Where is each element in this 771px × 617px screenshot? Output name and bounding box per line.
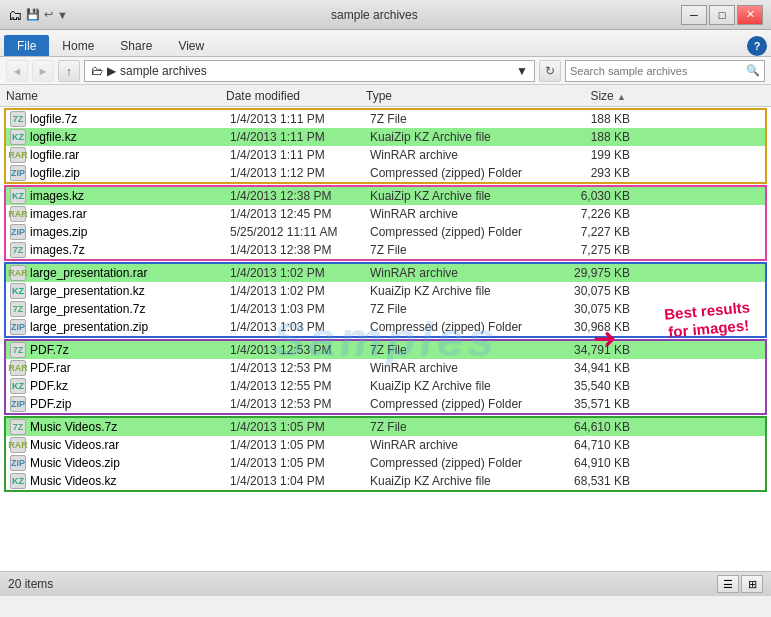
table-row[interactable]: 7ZMusic Videos.7z1/4/2013 1:05 PM7Z File… (6, 418, 765, 436)
file-size: 35,571 KB (550, 397, 630, 411)
file-type-icon: ZIP (10, 165, 26, 181)
table-row[interactable]: RARMusic Videos.rar1/4/2013 1:05 PMWinRA… (6, 436, 765, 454)
table-row[interactable]: RARlogfile.rar1/4/2013 1:11 PMWinRAR arc… (6, 146, 765, 164)
table-row[interactable]: 7Zlarge_presentation.7z1/4/2013 1:03 PM7… (6, 300, 765, 318)
file-date: 1/4/2013 1:11 PM (230, 112, 370, 126)
file-date: 1/4/2013 1:11 PM (230, 130, 370, 144)
tab-home[interactable]: Home (49, 35, 107, 56)
table-row[interactable]: KZimages.kz1/4/2013 12:38 PMKuaiZip KZ A… (6, 187, 765, 205)
file-name: images.7z (30, 243, 230, 257)
status-bar: 20 items ☰ ⊞ (0, 571, 771, 596)
file-size: 34,791 KB (550, 343, 630, 357)
up-button[interactable]: ↑ (58, 60, 80, 82)
table-row[interactable]: ZIPPDF.zip1/4/2013 12:53 PMCompressed (z… (6, 395, 765, 413)
col-header-type[interactable]: Type (366, 89, 546, 103)
file-size: 188 KB (550, 130, 630, 144)
file-type: Compressed (zipped) Folder (370, 225, 550, 239)
file-date: 1/4/2013 1:05 PM (230, 420, 370, 434)
qa-undo[interactable]: ↩ (44, 8, 53, 21)
file-name: Music Videos.7z (30, 420, 230, 434)
help-button[interactable]: ? (747, 36, 767, 56)
file-group-green: 7ZMusic Videos.7z1/4/2013 1:05 PM7Z File… (4, 416, 767, 492)
table-row[interactable]: KZlarge_presentation.kz1/4/2013 1:02 PMK… (6, 282, 765, 300)
details-view-button[interactable]: ☰ (717, 575, 739, 593)
file-name: Music Videos.rar (30, 438, 230, 452)
forward-button[interactable]: ► (32, 60, 54, 82)
current-folder: sample archives (120, 64, 207, 78)
window-title: sample archives (68, 8, 681, 22)
main-container: 7Zlogfile.7z1/4/2013 1:11 PM7Z File188 K… (0, 107, 771, 571)
qa-save[interactable]: 💾 (26, 8, 40, 21)
col-header-date[interactable]: Date modified (226, 89, 366, 103)
maximize-button[interactable]: □ (709, 5, 735, 25)
file-type: WinRAR archive (370, 266, 550, 280)
file-name: logfile.rar (30, 148, 230, 162)
table-row[interactable]: KZPDF.kz1/4/2013 12:55 PMKuaiZip KZ Arch… (6, 377, 765, 395)
title-bar-left: 🗂 💾 ↩ ▼ (8, 7, 68, 23)
address-path[interactable]: 🗁 ▶ sample archives ▼ (84, 60, 535, 82)
sort-arrow-icon: ▲ (617, 92, 626, 102)
table-row[interactable]: ZIPimages.zip5/25/2012 11:11 AMCompresse… (6, 223, 765, 241)
file-type: Compressed (zipped) Folder (370, 456, 550, 470)
file-type: WinRAR archive (370, 438, 550, 452)
close-button[interactable]: ✕ (737, 5, 763, 25)
file-type-icon: 7Z (10, 301, 26, 317)
qa-dropdown[interactable]: ▼ (57, 9, 68, 21)
table-row[interactable]: KZlogfile.kz1/4/2013 1:11 PMKuaiZip KZ A… (6, 128, 765, 146)
search-box[interactable]: 🔍 (565, 60, 765, 82)
file-type-icon: 7Z (10, 111, 26, 127)
tab-view[interactable]: View (165, 35, 217, 56)
file-size: 35,540 KB (550, 379, 630, 393)
file-name: PDF.kz (30, 379, 230, 393)
file-group-pink: KZimages.kz1/4/2013 12:38 PMKuaiZip KZ A… (4, 185, 767, 261)
table-row[interactable]: RARPDF.rar1/4/2013 12:53 PMWinRAR archiv… (6, 359, 765, 377)
file-date: 1/4/2013 1:12 PM (230, 166, 370, 180)
col-header-size[interactable]: Size ▲ (546, 89, 626, 103)
file-size: 64,710 KB (550, 438, 630, 452)
table-row[interactable]: KZMusic Videos.kz1/4/2013 1:04 PMKuaiZip… (6, 472, 765, 490)
file-type-icon: KZ (10, 129, 26, 145)
file-size: 30,968 KB (550, 320, 630, 334)
back-button[interactable]: ◄ (6, 60, 28, 82)
table-row[interactable]: ZIPlogfile.zip1/4/2013 1:12 PMCompressed… (6, 164, 765, 182)
table-row[interactable]: RARimages.rar1/4/2013 12:45 PMWinRAR arc… (6, 205, 765, 223)
minimize-button[interactable]: ─ (681, 5, 707, 25)
file-size: 30,075 KB (550, 302, 630, 316)
file-type-icon: RAR (10, 265, 26, 281)
file-type-icon: RAR (10, 147, 26, 163)
table-row[interactable]: ZIPlarge_presentation.zip1/4/2013 1:03 P… (6, 318, 765, 336)
file-name: logfile.zip (30, 166, 230, 180)
search-input[interactable] (570, 65, 746, 77)
file-name: large_presentation.zip (30, 320, 230, 334)
file-size: 64,610 KB (550, 420, 630, 434)
file-name: PDF.7z (30, 343, 230, 357)
table-row[interactable]: 7ZPDF.7z1/4/2013 12:53 PM7Z File34,791 K… (6, 341, 765, 359)
file-size: 30,075 KB (550, 284, 630, 298)
app-icon: 🗂 (8, 7, 22, 23)
file-type: KuaiZip KZ Archive file (370, 474, 550, 488)
file-name: logfile.kz (30, 130, 230, 144)
file-date: 1/4/2013 1:03 PM (230, 302, 370, 316)
col-header-name[interactable]: Name (6, 89, 226, 103)
file-size: 34,941 KB (550, 361, 630, 375)
file-type-icon: RAR (10, 437, 26, 453)
file-list: 7Zlogfile.7z1/4/2013 1:11 PM7Z File188 K… (0, 107, 771, 571)
file-size: 29,975 KB (550, 266, 630, 280)
table-row[interactable]: 7Zlogfile.7z1/4/2013 1:11 PM7Z File188 K… (6, 110, 765, 128)
refresh-button[interactable]: ↻ (539, 60, 561, 82)
tab-share[interactable]: Share (107, 35, 165, 56)
file-date: 1/4/2013 12:53 PM (230, 361, 370, 375)
file-type: 7Z File (370, 243, 550, 257)
table-row[interactable]: 7Zimages.7z1/4/2013 12:38 PM7Z File7,275… (6, 241, 765, 259)
file-size: 188 KB (550, 112, 630, 126)
tab-file[interactable]: File (4, 35, 49, 56)
window-controls: ─ □ ✕ (681, 5, 763, 25)
table-row[interactable]: ZIPMusic Videos.zip1/4/2013 1:05 PMCompr… (6, 454, 765, 472)
file-type: Compressed (zipped) Folder (370, 320, 550, 334)
large-icon-view-button[interactable]: ⊞ (741, 575, 763, 593)
table-row[interactable]: RARlarge_presentation.rar1/4/2013 1:02 P… (6, 264, 765, 282)
address-dropdown[interactable]: ▼ (516, 64, 528, 78)
file-type: KuaiZip KZ Archive file (370, 189, 550, 203)
file-type-icon: RAR (10, 206, 26, 222)
file-name: images.zip (30, 225, 230, 239)
